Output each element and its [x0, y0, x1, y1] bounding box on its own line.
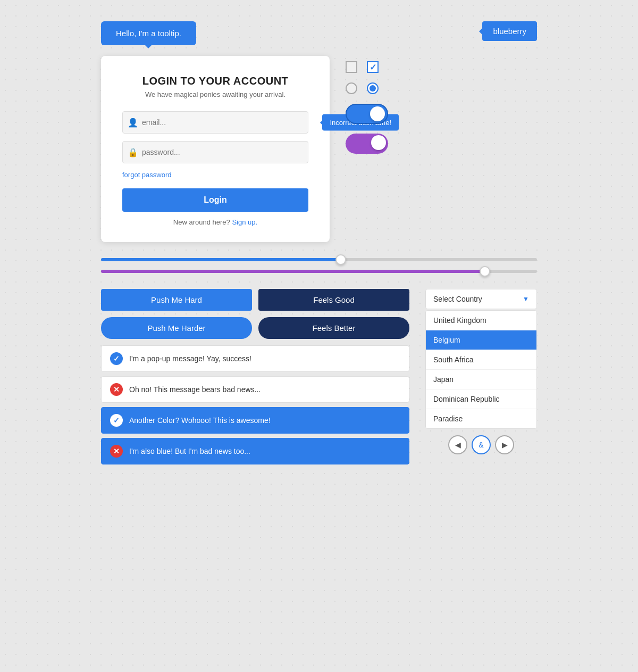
dropdown-section: Select Country ▼ United Kingdom Belgium … [425, 289, 537, 469]
login-subtitle: We have magical ponies awaiting your arr… [122, 90, 308, 98]
error-blue-icon: ✕ [110, 445, 123, 458]
next-icon: ▶ [502, 441, 508, 449]
slider-purple-row [101, 270, 537, 273]
slider-blue-row [101, 258, 537, 261]
tooltip-arrow: blueberry [482, 21, 537, 41]
message-success-text: I'm a pop-up message! Yay, success! [129, 354, 251, 363]
bottom-section: Push Me Hard Feels Good Push Me Harder F… [80, 289, 558, 469]
dropdown-list: United Kingdom Belgium South Africa Japa… [425, 310, 537, 429]
tooltip-bubble-text: Hello, I'm a tooltip. [116, 29, 181, 38]
buttons-messages: Push Me Hard Feels Good Push Me Harder F… [101, 289, 409, 469]
signup-static-text: New around here? [173, 218, 230, 226]
sliders-section [80, 258, 558, 273]
feels-better-button[interactable]: Feels Better [258, 317, 409, 339]
slider-purple-thumb[interactable] [480, 266, 490, 277]
amp-icon: & [478, 441, 483, 449]
message-success-blue-text: Another Color? Wohooo! This is awesome! [129, 416, 271, 425]
feels-better-label: Feels Better [313, 323, 356, 333]
dropdown-item-japan[interactable]: Japan [426, 370, 536, 389]
toggle-blue[interactable] [346, 104, 388, 124]
login-button-label: Login [204, 195, 227, 204]
message-error-text: Oh no! This message bears bad news... [129, 385, 261, 394]
dropdown-placeholder: Select Country [433, 295, 482, 303]
tooltip-bubble: Hello, I'm a tooltip. [101, 21, 196, 45]
slider-purple-fill [101, 270, 485, 273]
buttons-row-1: Push Me Hard Feels Good [101, 289, 409, 311]
push-me-harder-label: Push Me Harder [147, 323, 205, 333]
pagination: ◀ & ▶ [425, 435, 537, 454]
radio-on[interactable] [367, 82, 379, 94]
dropdown-item-belgium[interactable]: Belgium [426, 330, 536, 350]
checkbox-checked[interactable] [367, 61, 379, 73]
success-blue-icon: ✓ [110, 414, 123, 427]
email-field[interactable] [122, 111, 308, 134]
feels-good-label: Feels Good [313, 295, 355, 304]
login-title: LOGIN TO YOUR ACCOUNT [122, 75, 308, 87]
login-card: LOGIN TO YOUR ACCOUNT We have magical po… [101, 56, 330, 242]
forgot-password-link[interactable]: forgot password [122, 171, 308, 179]
checkboxes-row [346, 61, 388, 73]
slider-blue-fill [101, 258, 341, 261]
pagination-amp[interactable]: & [472, 435, 491, 454]
message-error: ✕ Oh no! This message bears bad news... [101, 376, 409, 403]
prev-icon: ◀ [455, 441, 461, 449]
pagination-prev[interactable]: ◀ [448, 435, 467, 454]
error-icon: ✕ [110, 383, 123, 396]
dropdown-item-paradise[interactable]: Paradise [426, 409, 536, 428]
tooltip-arrow-text: blueberry [493, 27, 526, 36]
message-success-blue: ✓ Another Color? Wohooo! This is awesome… [101, 407, 409, 434]
toggle-purple[interactable] [346, 134, 388, 154]
dropdown-arrow-icon: ▼ [523, 295, 529, 303]
success-icon: ✓ [110, 352, 123, 365]
radio-off[interactable] [346, 82, 357, 94]
checkbox-unchecked[interactable] [346, 61, 357, 73]
forgot-password-text: forgot password [122, 171, 172, 179]
right-controls [346, 56, 388, 242]
signup-text: New around here? Sign up. [122, 218, 308, 226]
dropdown-header[interactable]: Select Country ▼ [425, 289, 537, 309]
toggle-purple-knob [371, 135, 386, 150]
slider-blue-track[interactable] [101, 258, 537, 261]
password-field[interactable] [122, 141, 308, 163]
push-me-hard-button[interactable]: Push Me Hard [101, 289, 252, 311]
login-button[interactable]: Login [122, 188, 308, 212]
radio-row [346, 82, 388, 94]
slider-blue-thumb[interactable] [335, 254, 346, 265]
toggle-blue-knob [370, 106, 385, 121]
signup-link[interactable]: Sign up. [232, 218, 257, 226]
slider-purple-track[interactable] [101, 270, 537, 273]
message-error-blue: ✕ I'm also blue! But I'm bad news too... [101, 438, 409, 464]
push-me-hard-label: Push Me Hard [151, 295, 202, 304]
dropdown-item-dr[interactable]: Dominican Republic [426, 389, 536, 409]
message-error-blue-text: I'm also blue! But I'm bad news too... [129, 447, 250, 455]
email-icon: 👤 [128, 118, 138, 128]
push-me-harder-button[interactable]: Push Me Harder [101, 317, 252, 339]
dropdown-item-sa[interactable]: South Africa [426, 350, 536, 370]
message-success: ✓ I'm a pop-up message! Yay, success! [101, 345, 409, 372]
buttons-row-2: Push Me Harder Feels Better [101, 317, 409, 339]
feels-good-button[interactable]: Feels Good [258, 289, 409, 311]
pagination-next[interactable]: ▶ [495, 435, 514, 454]
password-icon: 🔒 [128, 147, 138, 157]
dropdown-item-uk[interactable]: United Kingdom [426, 311, 536, 330]
